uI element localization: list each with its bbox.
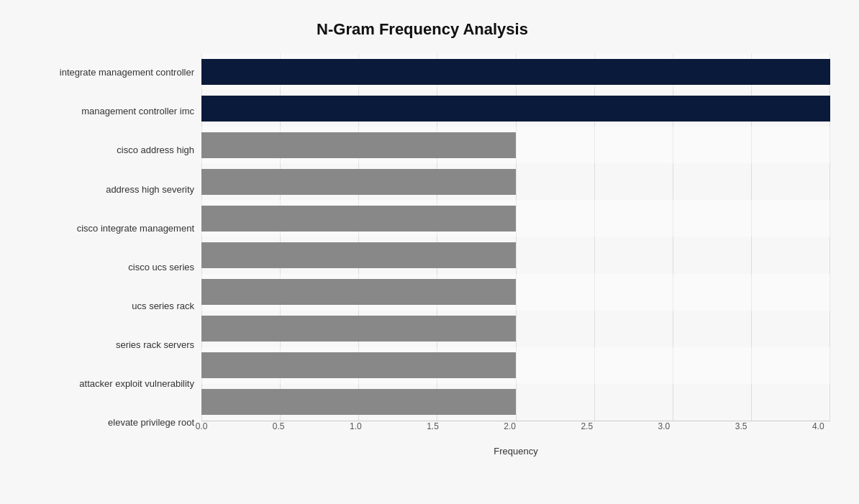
bars-and-grid: 0.00.51.01.52.02.53.03.54.0Frequency [201,53,830,442]
bar [201,59,830,85]
bar-row [201,238,830,272]
bar [201,242,516,268]
bar-row [201,311,830,346]
y-label: cisco integrate management [77,223,194,234]
bar-row [201,91,830,126]
chart-title: N-Gram Frequency Analysis [14,14,830,39]
y-label: series rack servers [116,339,194,351]
y-label: elevate privilege root [108,417,194,429]
bar-row [201,275,830,309]
chart-area: integrate management controllermanagemen… [14,53,830,442]
chart-container: N-Gram Frequency Analysis integrate mana… [0,0,859,504]
bar-row [201,165,830,199]
bar [201,352,516,378]
bars-wrapper [201,53,830,442]
bar [201,132,516,158]
y-label: attacker exploit vulnerability [79,378,194,390]
x-axis-label: Frequency [494,446,537,457]
bar-row [201,201,830,236]
bar [201,316,516,342]
y-label: cisco ucs series [128,262,194,273]
bar [201,389,516,415]
y-axis-labels: integrate management controllermanagemen… [14,53,201,442]
bar [201,169,516,195]
y-label: ucs series rack [132,301,194,312]
y-label: address high severity [106,184,194,196]
bar-row [201,348,830,382]
bar [201,96,830,122]
bar-row [201,385,830,419]
bar [201,206,516,232]
bar [201,279,516,305]
bar-row [201,55,830,89]
y-label: management controller imc [81,106,194,117]
y-label: cisco address high [117,145,194,156]
bar-row [201,128,830,162]
y-label: integrate management controller [60,67,194,78]
